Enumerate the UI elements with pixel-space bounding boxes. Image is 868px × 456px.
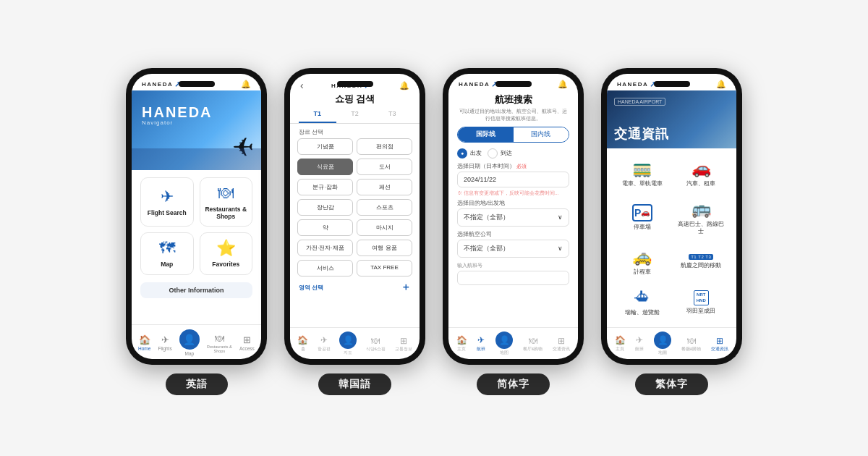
ferry-label-4: 瑞輪、遊覽船 (625, 309, 660, 316)
chip-기념품[interactable]: 기념품 (297, 138, 353, 155)
nav-home-3[interactable]: 🏠 主页 (456, 335, 467, 352)
chip-장난감[interactable]: 장난감 (297, 199, 353, 216)
nav-map-4[interactable]: 👤 地圖 (654, 332, 671, 356)
nav-flights-label-4: 航班 (635, 346, 644, 352)
nav-rest-1[interactable]: 🍽 Restaurants &Shops (207, 333, 232, 353)
nav-access-4[interactable]: ⊞ 交通資訊 (711, 336, 728, 352)
chip-식료품[interactable]: 식료품 (297, 159, 353, 175)
restaurants-icon: 🍽 (218, 184, 234, 203)
nav-access-3[interactable]: ⊞ 交通资讯 (553, 336, 570, 352)
back-btn-2[interactable]: ‹ (300, 80, 304, 91)
item-narita-4[interactable]: NRTHND 羽田至成田 (673, 284, 730, 321)
ferry-icon-4: ⛴ (634, 288, 650, 307)
phone-body-3: HANEDA ↗ 🔔 航班搜索 可以通过目的地/出发地、航空公司、航班号、运行信… (443, 68, 584, 365)
bell-icon-3[interactable]: 🔔 (558, 80, 568, 89)
nav-home-label-3: 主页 (457, 346, 466, 352)
seg-intl-3[interactable]: 国际线 (458, 127, 514, 142)
nav-map-2[interactable]: 👤 지도 (339, 332, 357, 356)
bell-icon-2[interactable]: 🔔 (399, 81, 409, 90)
item-bus-4[interactable]: 🚌 高速巴士、路線巴士 (673, 195, 730, 240)
phone-english: HANEDA ↗ 🔔 HANEDA Navigator ✈ (126, 68, 267, 395)
chip-분규잡화[interactable]: 분규·잡화 (297, 179, 353, 195)
restaurants-shops-btn[interactable]: 🍽 Restaurants &Shops (200, 177, 253, 227)
chip-서비스[interactable]: 서비스 (297, 260, 353, 276)
access-icon-1: ⊞ (243, 334, 251, 345)
nav-shop-2[interactable]: 🍽 식당&쇼핑 (366, 336, 386, 352)
nav-shop-label-4: 餐廳&購物 (681, 347, 702, 352)
home-icon-4: 🏠 (615, 335, 626, 345)
other-info-1[interactable]: Other Information (140, 282, 252, 298)
tab-t2[interactable]: T2 (336, 106, 374, 123)
nav-map-label-2: 지도 (344, 350, 352, 356)
date-input-3[interactable]: 2024/11/22 (457, 172, 569, 187)
nav-flights-4[interactable]: ✈ 航班 (635, 335, 644, 352)
item-parking-4[interactable]: P🚗 停車場 (614, 195, 671, 240)
bell-icon-1[interactable]: 🔔 (241, 80, 251, 89)
nav-home-2[interactable]: 🏠 홈 (297, 335, 308, 352)
toggle-depart-3[interactable]: ● 出发 (457, 148, 482, 159)
nav-home-label-2: 홈 (301, 346, 305, 352)
item-car-4[interactable]: 🚗 汽車、租車 (673, 154, 730, 192)
car-label-4: 汽車、租車 (686, 180, 715, 187)
logo-text-1: HANEDA (142, 81, 173, 88)
bell-icon-4[interactable]: 🔔 (716, 80, 726, 89)
nav-access-label-1: Access (239, 346, 255, 351)
flight-search-btn[interactable]: ✈ Flight Search (140, 177, 194, 227)
lang-label-3: 简体字 (477, 373, 550, 395)
restaurants-label: Restaurants &Shops (205, 206, 247, 220)
airline-value-3: 不指定（全部） (464, 244, 509, 253)
tab-t1[interactable]: T1 (299, 106, 336, 123)
chip-여행[interactable]: 여행 용품 (357, 240, 412, 256)
nav-flights-2[interactable]: ✈ 항공편 (318, 335, 331, 352)
seg-dom-3[interactable]: 国内线 (514, 127, 569, 142)
brand-block-1: HANEDA Navigator (142, 105, 213, 126)
item-terminal-4[interactable]: T1 T2 T3 航廈之間的移動 (673, 242, 730, 280)
chip-도서[interactable]: 도서 (357, 159, 412, 175)
notch-1 (179, 81, 215, 87)
nav-map-label-1: Map (184, 351, 194, 356)
parking-label-4: 停車場 (634, 224, 651, 231)
map-btn[interactable]: 🗺 Map (140, 232, 194, 274)
haneda-logo-4: HANEDA ↗ (617, 80, 658, 89)
nav-home-1[interactable]: 🏠 Home (138, 334, 150, 351)
nav-access-1[interactable]: ⊞ Access (239, 334, 255, 351)
radio-filled-3: ● (457, 148, 467, 159)
nav-flights-1[interactable]: ✈ Flights (158, 334, 172, 351)
chip-스포츠[interactable]: 스포츠 (357, 199, 412, 216)
terminal-label-4: 航廈之間的移動 (681, 262, 721, 269)
dest-value-3: 不指定（全部） (464, 213, 509, 222)
nav-shop-3[interactable]: 🍽 餐厅&购物 (523, 336, 543, 352)
item-train-4[interactable]: 🚃 電車、單軌電車 (614, 154, 671, 192)
nav-flights-3[interactable]: ✈ 航班 (477, 335, 485, 352)
nav-map-3[interactable]: 👤 地图 (495, 332, 513, 356)
nav-home-label-1: Home (138, 346, 150, 351)
dest-select-3[interactable]: 不指定（全部） ∨ (457, 208, 569, 227)
nav-access-2[interactable]: ⊞ 교통정보 (395, 336, 412, 352)
nav-home-4[interactable]: 🏠 主頁 (615, 335, 626, 352)
bus-icon-4: 🚌 (692, 200, 711, 219)
seg-control-3: 国际线 国内线 (457, 127, 569, 143)
chip-taxfree[interactable]: TAX FREE (357, 260, 412, 276)
toggle-arrive-3[interactable]: 到达 (488, 148, 512, 159)
item-taxi-4[interactable]: 🚕 計程車 (614, 242, 671, 280)
item-ferry-4[interactable]: ⛴ 瑞輪、遊覽船 (614, 284, 671, 321)
nav-shop-label-3: 餐厅&购物 (523, 347, 543, 352)
phone-body-2: ‹ HANEDA ↗ 🔔 쇼핑 검색 T1 T2 T3 장르 선택 기념품 편의… (284, 68, 425, 365)
nav-map-1[interactable]: 👤 Map (179, 329, 200, 356)
favorites-label: Favorites (212, 261, 239, 268)
chip-약[interactable]: 약 (297, 219, 353, 236)
favorites-btn[interactable]: ⭐ Favorites (200, 232, 253, 274)
airline-select-3[interactable]: 不指定（全部） ∨ (457, 240, 569, 258)
flight-input-3[interactable] (457, 271, 569, 285)
tab-t3[interactable]: T3 (373, 106, 411, 123)
nav-map-label-4: 地圖 (658, 350, 667, 356)
chip-편의점[interactable]: 편의점 (357, 138, 412, 155)
area-select-2[interactable]: 영역 선택 ＋ (290, 276, 420, 297)
nav-rest-label-1: Restaurants &Shops (207, 345, 232, 353)
nav-map-label-3: 地图 (500, 350, 509, 356)
shop-icon-3: 🍽 (529, 336, 537, 346)
nav-shop-4[interactable]: 🍽 餐廳&購物 (681, 336, 702, 352)
chip-가전[interactable]: 가전·전자·제품 (297, 240, 353, 256)
chip-패션[interactable]: 패션 (357, 179, 412, 195)
chip-마시지[interactable]: 마시지 (357, 219, 412, 236)
